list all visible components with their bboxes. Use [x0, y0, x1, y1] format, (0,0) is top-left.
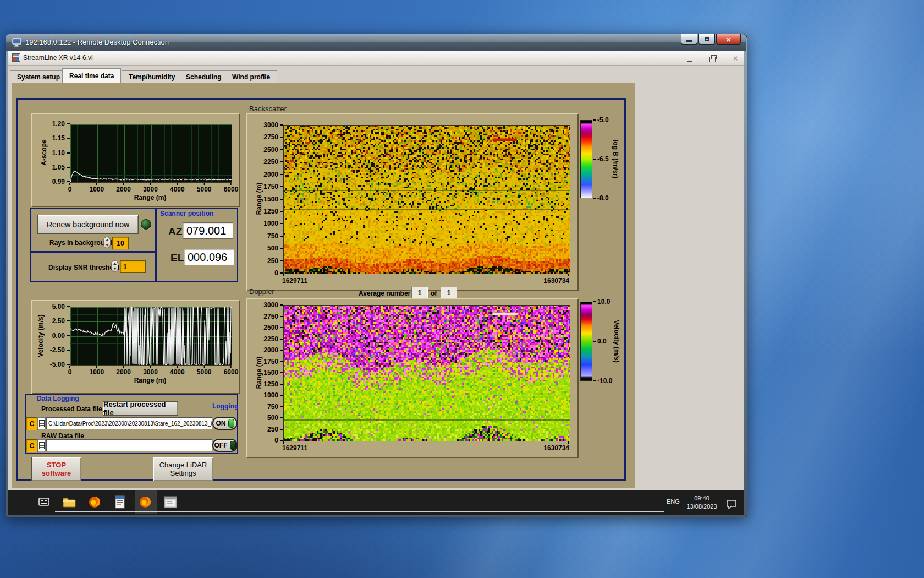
- processed-path-field[interactable]: C:\Lidar\Data\Proc\2023\202308\20230813\…: [46, 417, 212, 429]
- scanner-position-box: [156, 208, 238, 282]
- tab-label: Temp/humidity: [129, 73, 175, 81]
- raw-logging-toggle[interactable]: OFF: [212, 439, 238, 452]
- y-tick-label: 1.15: [48, 134, 70, 142]
- rdp-minimize-button[interactable]: [681, 34, 697, 45]
- y-tick-label: 2.50: [44, 317, 70, 325]
- firefox-icon[interactable]: [87, 494, 102, 510]
- rays-value-field[interactable]: 10: [112, 237, 129, 249]
- language-indicator[interactable]: ENG: [667, 498, 680, 505]
- tab-label: System setup: [17, 73, 60, 81]
- colorbar-tick-label: -8.0: [593, 194, 609, 202]
- y-tick-label: 1000: [252, 391, 283, 399]
- tab-scheduling[interactable]: Scheduling: [179, 70, 229, 83]
- task-view-icon[interactable]: [36, 494, 52, 510]
- firefox-icon-2[interactable]: [138, 494, 153, 510]
- backscatter-x-end: 1630734: [543, 277, 569, 285]
- y-tick-label: -2.50: [44, 346, 70, 354]
- velocity-plot: [70, 307, 232, 366]
- vi-minimize-button[interactable]: [682, 55, 696, 63]
- raw-drive-selector[interactable]: C: [26, 439, 38, 452]
- x-tick-label: 4000: [170, 366, 185, 376]
- y-tick-label: 2500: [252, 324, 283, 331]
- x-tick-label: 5000: [197, 366, 212, 376]
- stop-label-1: STOP: [47, 461, 66, 469]
- vi-titlebar[interactable]: StreamLine XR v14-6.vi: [8, 51, 744, 66]
- stop-software-button[interactable]: STOP software: [31, 457, 81, 481]
- x-tick-label: 1000: [89, 183, 104, 193]
- processed-data-file-label: Processed Data file: [41, 405, 102, 413]
- y-tick-label: 2000: [252, 171, 283, 178]
- velocity-x-axis-title: Range (m): [134, 377, 167, 384]
- x-tick-label: 5000: [197, 183, 212, 193]
- y-tick-label: 3000: [252, 301, 283, 309]
- raw-data-file-label: RAW Data file: [41, 432, 84, 440]
- vi-close-button[interactable]: ×: [728, 54, 743, 62]
- y-tick-label: 0: [252, 269, 283, 277]
- vi-title: StreamLine XR v14-6.vi: [23, 54, 93, 62]
- tab-real-time-data[interactable]: Real time data: [62, 68, 121, 83]
- x-tick-label: 6000: [224, 183, 239, 193]
- processed-browse-icon[interactable]: [37, 417, 46, 429]
- change-lidar-settings-button[interactable]: Change LiDAR Settings: [153, 457, 213, 481]
- rays-spinner[interactable]: [103, 237, 111, 248]
- raw-path-field[interactable]: [46, 439, 212, 451]
- y-tick-label: 0.99: [48, 178, 70, 186]
- snr-threshold-label: Display SNR threshold: [48, 264, 119, 271]
- tab-wind-profile[interactable]: Wind profile: [225, 70, 277, 83]
- average-number-label: Average number: [359, 290, 410, 297]
- renew-background-button[interactable]: Renew background now: [37, 215, 139, 234]
- change-label-2: Settings: [170, 469, 196, 477]
- y-tick-label: 1500: [252, 195, 283, 203]
- rdp-close-button[interactable]: ×: [716, 34, 741, 45]
- az-value: 079.001: [186, 225, 226, 237]
- ascope-plot: [70, 124, 232, 183]
- velocity-y-axis: 5.002.500.00-2.50-5.00: [44, 307, 70, 364]
- az-label: AZ: [168, 226, 182, 238]
- x-tick-label: 3000: [143, 183, 158, 193]
- x-tick-label: 6000: [224, 366, 239, 376]
- y-tick-label: 2750: [252, 133, 283, 141]
- renew-background-label: Renew background now: [47, 220, 129, 229]
- backscatter-title: Backscatter: [249, 105, 287, 113]
- taskbar-divider-line: [55, 511, 664, 512]
- tab-label: Scheduling: [186, 73, 222, 81]
- x-tick-label: 4000: [170, 183, 185, 193]
- average-number-field[interactable]: 1: [411, 287, 428, 299]
- y-tick-label: 1.10: [48, 149, 70, 157]
- doppler-title: Doppler: [249, 287, 274, 296]
- rdp-maximize-button[interactable]: [698, 34, 715, 45]
- vi-restore-button[interactable]: [705, 55, 719, 63]
- vi-app-icon: [12, 53, 20, 62]
- text-editor-icon[interactable]: [112, 494, 128, 510]
- az-value-field: 079.001: [183, 222, 233, 239]
- tab-temp-humidity[interactable]: Temp/humidity: [122, 70, 182, 83]
- raw-browse-icon[interactable]: [37, 439, 46, 451]
- restart-processed-file-button[interactable]: Restart processed file: [103, 401, 178, 416]
- axis-tick: [283, 274, 284, 276]
- action-center-icon[interactable]: [724, 497, 739, 512]
- y-tick-label: 500: [252, 414, 283, 422]
- snr-spinner[interactable]: [111, 260, 118, 272]
- rdp-titlebar[interactable]: 192.168.0.122 - Remote Desktop Connectio…: [6, 34, 746, 51]
- tab-system-setup[interactable]: System setup: [10, 70, 67, 83]
- axis-tick: [283, 441, 284, 444]
- average-total-field[interactable]: 1: [441, 287, 457, 299]
- doppler-x-start: 1629711: [282, 444, 307, 452]
- processed-logging-toggle[interactable]: ON: [212, 417, 238, 430]
- file-explorer-icon[interactable]: [62, 494, 77, 510]
- scan-scheduler-app-icon[interactable]: [163, 494, 178, 510]
- snr-value-field[interactable]: 1: [120, 260, 146, 273]
- el-value: 000.096: [188, 251, 227, 264]
- x-tick-label: 1000: [89, 366, 104, 376]
- y-tick-label: 750: [252, 232, 283, 240]
- drive-letter: C: [30, 442, 35, 450]
- logging-label: Logging: [212, 402, 238, 410]
- remote-desktop-icon: [12, 38, 22, 47]
- el-value-field: 000.096: [184, 249, 234, 265]
- processed-drive-selector[interactable]: C: [26, 417, 38, 430]
- y-tick-label: 1.05: [48, 163, 70, 171]
- doppler-colorbar-title: Velocity (m/s): [613, 320, 620, 362]
- x-tick-label: 0: [68, 183, 72, 193]
- taskbar-clock[interactable]: 09:40 13/08/2023: [684, 494, 720, 511]
- y-tick-label: 0.00: [44, 332, 70, 340]
